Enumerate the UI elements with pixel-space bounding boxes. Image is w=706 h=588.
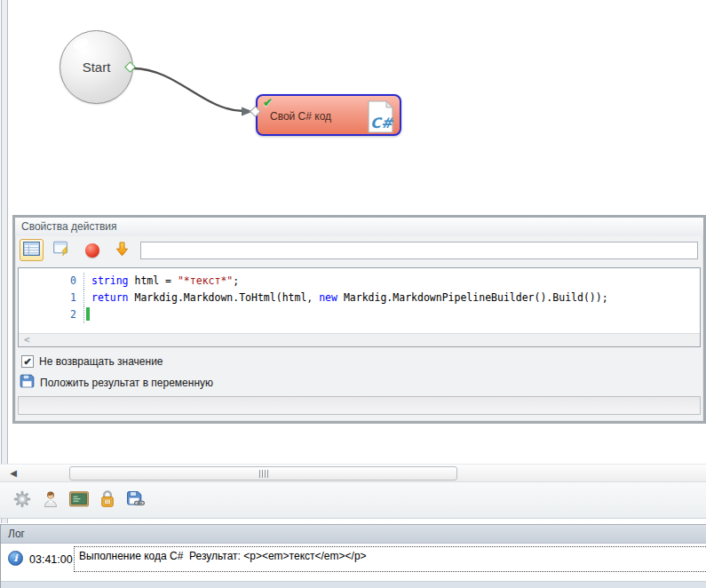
no-return-checkbox[interactable]: ✔ xyxy=(21,355,34,368)
code-line: 1 return Markdig.Markdown.ToHtml(html, n… xyxy=(19,290,700,306)
editor-caret xyxy=(86,307,90,321)
checkbox-check-icon: ✔ xyxy=(23,356,31,368)
editor-scroll-left-icon: < xyxy=(24,334,30,346)
lock-icon xyxy=(99,489,115,511)
node-valid-check-icon: ✔ xyxy=(263,96,273,109)
log-entry[interactable]: i 03:41:00 Выполнение кода C# Результат:… xyxy=(1,544,706,581)
line-number: 0 xyxy=(19,273,84,290)
script-window-button[interactable] xyxy=(50,239,74,261)
table-icon xyxy=(23,242,40,258)
properties-panel-title: Свойства действия xyxy=(15,218,703,236)
code-editor[interactable]: 0 string html = "*текст*"; 1 return Mark… xyxy=(18,267,701,347)
scroll-thumb[interactable] xyxy=(69,466,457,481)
store-result-option[interactable]: Положить результат в переменную xyxy=(15,374,703,391)
gear-icon xyxy=(13,490,31,511)
bottom-toolbar xyxy=(0,482,706,519)
arrow-down-icon xyxy=(115,242,129,259)
line-number: 2 xyxy=(19,306,84,323)
board-button[interactable] xyxy=(68,489,90,511)
properties-panel: Свойства действия xyxy=(12,215,706,424)
variable-input[interactable] xyxy=(18,396,701,415)
red-circle-icon xyxy=(85,243,99,258)
record-button[interactable] xyxy=(80,239,104,261)
csharp-file-icon: C# xyxy=(367,100,394,136)
code-text: string html = "*текст*"; xyxy=(84,273,239,290)
log-entry-message: Выполнение кода C# Результат: <p><em>тек… xyxy=(75,547,706,562)
start-node[interactable]: Start xyxy=(59,30,133,104)
lock-button[interactable] xyxy=(97,489,118,511)
save-link-button[interactable] xyxy=(125,489,147,511)
thumb-grip xyxy=(259,470,260,478)
page-hscrollbar[interactable]: ◀ xyxy=(0,464,706,482)
scroll-left-button[interactable]: ◀ xyxy=(7,465,20,481)
floppy-icon xyxy=(20,374,35,391)
log-message-box: Выполнение кода C# Результат: <p><em>тек… xyxy=(74,546,706,572)
log-entry-time: 03:41:00 xyxy=(29,553,73,566)
store-result-label: Положить результат в переменную xyxy=(40,377,213,389)
csharp-icon-label: C# xyxy=(370,115,394,131)
properties-toolbar xyxy=(15,236,703,264)
code-line: 0 string html = "*текст*"; xyxy=(19,273,700,290)
line-number: 1 xyxy=(19,290,84,306)
save-link-icon xyxy=(126,490,146,510)
grid-view-button[interactable] xyxy=(20,239,44,261)
start-node-label: Start xyxy=(83,60,111,75)
log-panel: Лог i 03:41:00 Выполнение кода C# Резуль… xyxy=(0,524,706,588)
code-node[interactable]: ✔ Свой C# код C# xyxy=(256,94,401,136)
insert-value-button[interactable] xyxy=(110,239,134,261)
code-node-label: Свой C# код xyxy=(270,109,331,122)
code-editor-lines: 0 string html = "*текст*"; 1 return Mark… xyxy=(19,268,700,333)
app-window: Start ✔ Свой C# код C# Свойства действия xyxy=(0,0,706,588)
user-icon xyxy=(42,490,59,511)
status-strip xyxy=(1,581,706,588)
no-return-label[interactable]: Не возвращать значение xyxy=(39,355,163,368)
editor-hscrollbar[interactable]: < xyxy=(19,333,700,346)
code-line: 2 xyxy=(19,306,700,323)
no-return-option[interactable]: ✔ Не возвращать значение xyxy=(15,355,703,368)
connector-line[interactable] xyxy=(0,0,284,160)
window-lightning-icon xyxy=(53,241,71,259)
info-icon: i xyxy=(8,551,23,566)
code-text: return Markdig.Markdown.ToHtml(html, new… xyxy=(84,290,608,306)
expression-input[interactable] xyxy=(140,242,698,259)
chalkboard-icon xyxy=(69,491,89,510)
user-button[interactable] xyxy=(40,489,61,511)
log-panel-title: Лог xyxy=(1,524,706,544)
settings-button[interactable] xyxy=(12,489,33,511)
